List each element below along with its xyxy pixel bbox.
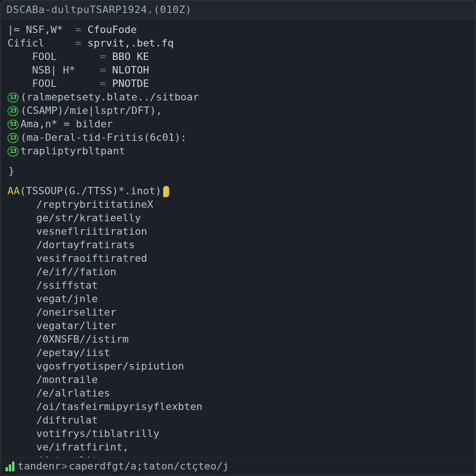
var-assignment: FOOL = BBO KE <box>7 50 469 64</box>
line-badge: 13 <box>7 146 19 157</box>
line-badge: 53 <box>7 119 19 130</box>
diff-text: (CSAMP)/mie|lsptr/DFT), <box>20 104 162 118</box>
signal-icon <box>6 461 15 471</box>
var-key: FOOL <box>32 77 93 91</box>
var-assignment: NSB| H* = NLOTOH <box>7 64 469 77</box>
path-entry: /reptrybrititatineX <box>7 198 469 212</box>
var-assignment: |= NSF,W* = CfouFode <box>7 23 469 37</box>
cursor-icon <box>163 186 169 197</box>
path-entry: vegatar/liter <box>7 319 469 333</box>
section-rest: (TSSOUP(G./TTSS)*.inot) <box>20 185 162 198</box>
diff-line: 53Ama,n* = bilder <box>7 118 469 131</box>
status-prompt: tandenr <box>18 460 61 473</box>
path-entry: ve/ifratfirint, <box>7 441 469 454</box>
var-value: CfouFode <box>87 23 137 37</box>
path-entry: vesneflriitiration <box>7 225 469 238</box>
chevron-right-icon: > <box>62 460 68 473</box>
var-assignment: Cificl = sprvit,.bet.fq <box>7 37 469 50</box>
diff-text: trapliptyrbltpant <box>20 145 125 158</box>
diff-text: (ma-Deral-tid-Fritis(6c01): <box>20 131 187 145</box>
path-entry: vesifraoiftiratred <box>7 252 469 265</box>
block-close: } <box>7 165 469 178</box>
line-badge: 13 <box>7 93 19 103</box>
var-value: BBO KE <box>112 50 149 64</box>
section-prefix: AA <box>7 185 20 198</box>
var-key: Cificl <box>7 37 69 50</box>
line-badge: 13 <box>7 133 19 143</box>
path-entry: /dortayfratirats <box>7 238 469 252</box>
path-entry: /e/if//fation <box>7 265 469 279</box>
path-entry: /oneirseliter <box>7 306 469 319</box>
diff-line: 13(ma-Deral-tid-Fritis(6c01): <box>7 131 469 145</box>
diff-line: 13(ralmepetsety.blate../sitboar <box>7 91 469 104</box>
path-entry: /0XNSFB//istirm <box>7 333 469 346</box>
diff-text: (ralmepetsety.blate../sitboar <box>20 91 199 104</box>
path-entry: /ssiffstat <box>7 279 469 292</box>
window-title: DSCABa-dultpuTSARP1924.(010Z) <box>7 3 192 17</box>
path-entry: votifrys/tiblatrilly <box>7 427 469 441</box>
line-badge: 23 <box>7 106 19 116</box>
terminal-window: DSCABa-dultpuTSARP1924.(010Z) |= NSF,W* … <box>0 0 476 476</box>
var-key: FOOL <box>32 50 93 64</box>
diff-text: Ama,n* = bilder <box>20 118 113 131</box>
var-key: |= NSF,W* <box>7 23 69 37</box>
path-entry: /montraile <box>7 373 469 387</box>
var-key: NSB| H* <box>32 64 93 77</box>
status-bar: tandenr>caperdfgt/a;taton/ctçteo/j <box>1 457 475 475</box>
path-entry: /detsraliters <box>7 454 469 457</box>
var-value: NLOTOH <box>112 64 149 77</box>
status-path: caperdfgt/a;taton/ctçteo/j <box>69 460 229 473</box>
var-value: sprvit,.bet.fq <box>87 37 173 50</box>
path-entry: /e/alrlaties <box>7 387 469 400</box>
path-entry: /epetay/iist <box>7 346 469 360</box>
var-assignment: FOOL = PNOTDE <box>7 77 469 91</box>
diff-line: 13trapliptyrbltpant <box>7 145 469 158</box>
path-entry: vgosfryotisper/sipiution <box>7 360 469 373</box>
var-value: PNOTDE <box>112 77 149 91</box>
section-header: AA(TSSOUP(G./TTSS)*.inot) <box>7 185 469 198</box>
diff-line: 23(CSAMP)/mie|lsptr/DFT), <box>7 104 469 118</box>
title-bar: DSCABa-dultpuTSARP1924.(010Z) <box>1 1 475 20</box>
path-entry: /oi/tasfeirmipyrisyflexbten <box>7 400 469 414</box>
path-entry: ge/str/kratieelly <box>7 212 469 225</box>
terminal-output[interactable]: |= NSF,W* = CfouFodeCificl = sprvit,.bet… <box>1 20 475 457</box>
path-entry: vegat/jnle <box>7 292 469 306</box>
path-entry: /diftrulat <box>7 414 469 427</box>
